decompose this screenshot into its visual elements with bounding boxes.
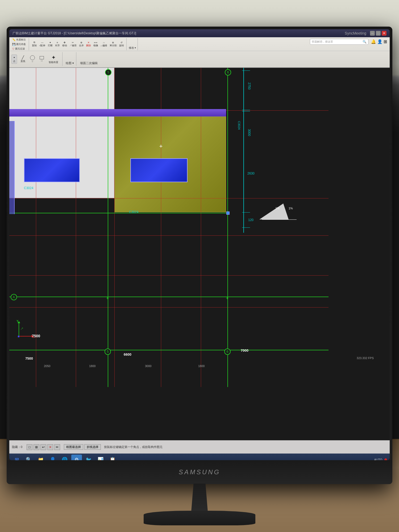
length-mark-btn[interactable]: 📏长度标注 [11,38,27,42]
extend-btn[interactable]: —-/延伸 [38,41,46,48]
green-cross-2: + [226,296,229,301]
purple-bar [9,109,226,117]
green-v-2 [227,68,228,387]
monitor-bottom-bezel: SAMSUNG [7,460,392,484]
polyline-select-btn[interactable]: 折线选择 [84,444,101,450]
axis-A-left: A [11,294,17,300]
modify-label: 修改 ▾ [127,38,138,50]
maximize-btn[interactable]: □ [376,31,381,36]
delete-status-icon[interactable]: ✕ [47,444,53,450]
dim-2750: 2750 [247,82,251,90]
line-tool[interactable]: ╱ 直线 [19,55,27,64]
window-left [24,158,80,182]
status-bar: 隐藏：0 □ ⊞ ↩ ✕ ✏ 框图最选择 折线选择 按鼠标左键确定第一个角点，或… [9,440,390,454]
fps-display: 323.332 FPS [357,356,374,360]
windows-start-btn[interactable]: ⊞ [11,455,22,460]
save-btn[interactable]: 💾圆元存盘 [11,42,27,46]
axis-6-top: 6 [225,69,231,76]
dim-line-120-h [242,227,250,228]
title-text: 广联达BIM土建计量平台 GTJ2018 - [C:\Users\dell\De… [13,31,345,36]
system-tray: AUTO [374,458,387,460]
mirror-btn[interactable]: ⟺镜像 [93,41,99,48]
copy-btn[interactable]: ⧉复制 [31,41,38,48]
browser-btn[interactable]: 🌐 [59,455,70,460]
crosshair: + [159,143,163,150]
tasks-btn[interactable]: 📋 [107,455,118,460]
red-h-3 [9,235,329,236]
break-btn[interactable]: ✦打断 [47,41,53,48]
bell-icon[interactable]: 🔔 [371,39,376,44]
circle-tool[interactable]: ○ [29,55,36,63]
axis-value-7500: 7500 [32,334,40,338]
search-bar: 答题解惑，搜这里 🔍 [310,39,368,45]
draw-label[interactable]: 绘图 ▾ [64,52,76,66]
dim-line-3000-h2 [242,212,250,213]
dim-line-3000-h1 [242,111,250,111]
rect-select-icon[interactable]: □ [27,444,32,450]
rotate-btn[interactable]: ↺旋转 [118,41,125,48]
file-explorer-btn[interactable]: 📁 [35,455,46,460]
search-btn[interactable]: 🔍 [23,455,34,460]
align-btn[interactable]: ≡对齐 [54,41,61,48]
move-btn[interactable]: ✥移动 [61,41,68,48]
dim-3000: 3000 [247,129,251,136]
minimize-btn[interactable]: ─ [370,31,375,36]
samsung-brand: SAMSUNG [179,468,220,476]
pct-label-1: 1% [275,207,280,210]
indicator-dot [384,458,387,460]
grid-icon[interactable]: ⊞ [384,39,387,44]
split-btn[interactable]: ⊗⌘分割 [109,41,118,48]
point-tool[interactable]: • 点 [11,55,17,64]
hidden-label: 隐藏：0 [12,445,22,449]
monitor-bezel: 广联达BIM土建计量平台 GTJ2018 - [C:\Users\dell\De… [9,29,390,460]
wall-edit-label[interactable]: 墙面二次编辑 [77,52,100,66]
offset-btn[interactable]: ⌓⌓偏移 [100,41,108,48]
search-icon[interactable]: 🔍 [363,40,367,44]
edit-tools-group: ⧉复制 —-/延伸 ✦打断 ≡对齐 ✥移动 ✂↗修剪 ⊕合并 ✕删除 ⟺镜像 ⌓… [30,38,127,50]
screen: 广联达BIM土建计量平台 GTJ2018 - [C:\Users\dell\De… [9,29,390,460]
settings-btn[interactable]: ⚙ [71,455,82,460]
window-right [130,158,188,182]
user-btn[interactable]: 👤 [47,455,58,460]
red-h-5 [9,307,329,307]
rect-tool[interactable]: □ [38,56,45,63]
smart-layout-tool[interactable]: ✦ 智能布置 [47,54,60,65]
office-btn[interactable]: 📊 [95,455,106,460]
axis-5-bottom: 5 [105,348,111,355]
user-icon[interactable]: 👤 [377,39,383,44]
pct-label-2: 1% [289,207,293,210]
dim-7000: 7000 [241,348,248,352]
cad-canvas[interactable]: 5 6 A 5 6 C3024 C3024 + 2750 [9,68,390,440]
monitor-stand-base [144,511,255,525]
c3024-label-left: C3024 [24,186,33,190]
dim-1800-2: 1800 [198,364,205,368]
small-blue-square [226,211,230,215]
search-placeholder: 答题解惑，搜这里 [312,40,333,44]
monitor-shell: 广联达BIM土建计量平台 GTJ2018 - [C:\Users\dell\De… [7,27,392,484]
twitter-btn[interactable]: 🐦 [83,455,94,460]
top-right-icons: 🔔 👤 ⊞ [371,39,387,44]
green-h-2 [9,297,329,297]
delete-btn[interactable]: ✕删除 [85,41,92,48]
dim-6600: 6600 [124,352,131,356]
merge-btn[interactable]: ⊕合并 [78,41,85,48]
toolbar-row1: 📏长度标注 💾圆元存盘 ▽圆元过滤 ⧉复制 —-/延伸 ✦打断 ≡对齐 ✥移动 … [9,37,390,51]
status-icons: □ ⊞ ↩ ✕ ✏ [27,444,60,450]
filter-btn[interactable]: ▽圆元过滤 [11,47,27,51]
cad-triangle-line1 [262,219,297,220]
left-indicator [9,121,15,214]
taskbar: ⊞ 🔍 📁 👤 🌐 ⚙ 🐦 📊 📋 AUTO [9,454,390,460]
cross-select-icon[interactable]: ⊞ [34,444,39,450]
green-h-1 [9,213,227,213]
undo-icon[interactable]: ↩ [40,444,46,450]
title-bar: 广联达BIM土建计量平台 GTJ2018 - [C:\Users\dell\De… [9,29,390,37]
close-btn[interactable]: ✕ [382,31,386,36]
dim-line-2750-h2 [242,110,250,110]
dim-7500: 7500 [25,356,33,360]
pencil-icon[interactable]: ✏ [54,444,60,450]
cad-triangle [259,203,289,219]
frame-select-btn[interactable]: 框图最选择 [64,444,83,450]
dim-2630: 2630 [247,172,255,175]
trim-btn[interactable]: ✂↗修剪 [69,41,77,48]
syncmeeting-label: SyncMeeting [345,31,366,35]
